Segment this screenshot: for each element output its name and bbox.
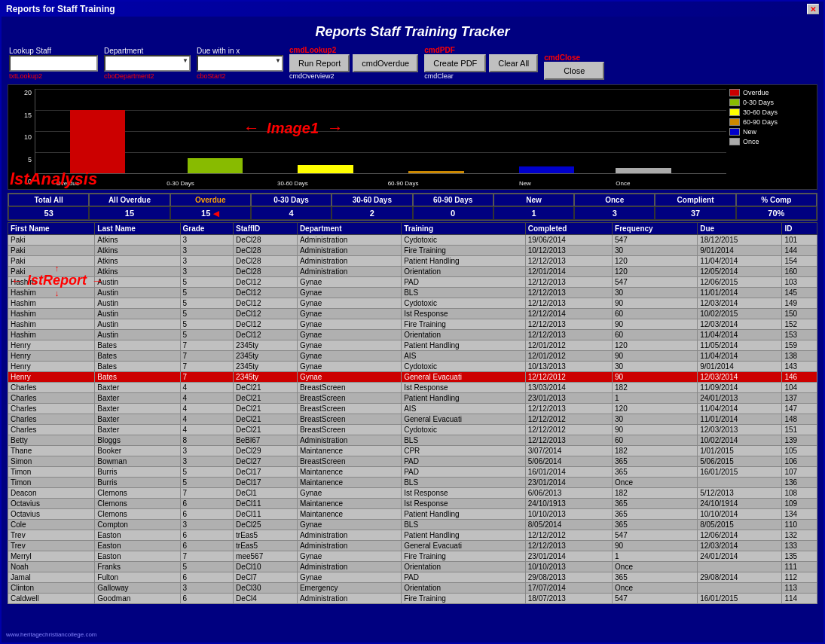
main-window: Reports for Staff Training ✕ Reports Sta…: [0, 0, 825, 644]
table-row[interactable]: ClintonGalloway3DeCl30EmergencyOrientati…: [8, 583, 817, 594]
legend-30-60: 30-60 Days: [729, 108, 812, 116]
website-label: www.heritagechristiancollege.com: [5, 630, 820, 639]
col-staffid: StaffID: [234, 223, 298, 235]
legend-overdue: Overdue: [729, 89, 812, 96]
table-row[interactable]: CharlesBaxter4DeCl21BreastScreenIst Resp…: [8, 383, 817, 393]
table-row[interactable]: HenryBates72345tyGynaePatient Handling12…: [8, 340, 817, 351]
table-row[interactable]: HashimAustin5DeCl12GynaeOrientation12/12…: [8, 330, 817, 340]
clear-all-button[interactable]: Clear All: [489, 54, 538, 72]
lookup-staff-label: Lookup Staff: [9, 47, 51, 55]
table-row[interactable]: HashimAustin5DeCl12GynaeFire Training12/…: [8, 319, 817, 330]
table-row[interactable]: TrevEaston6trEas5AdministrationGeneral E…: [8, 541, 817, 551]
legend-once: Once: [729, 138, 812, 145]
col-frequency: Frequency: [613, 223, 698, 235]
bar-new: [519, 166, 574, 173]
legend-new: New: [729, 128, 812, 136]
cbo-department2-select[interactable]: [104, 55, 191, 72]
sum-hdr-all-overdue: All Overdue: [89, 194, 170, 206]
overdue-button[interactable]: cmdOverdue: [353, 54, 418, 72]
bar-0-30-label: 0-30 Days: [167, 180, 194, 187]
data-table-wrapper[interactable]: First Name Last Name Grade StaffID Depar…: [8, 222, 817, 628]
table-row[interactable]: HenryBates72345tyGynaeCydotoxic10/13/201…: [8, 362, 817, 372]
col-training: Training: [402, 223, 526, 235]
bar-60-90-label: 60-90 Days: [388, 180, 419, 187]
col-department: Department: [297, 223, 401, 235]
col-due: Due: [698, 223, 782, 235]
sum-val-pct-comp: 70%: [736, 206, 817, 220]
bar-30-60-label: 30-60 Days: [277, 180, 308, 187]
bar-once: [616, 168, 671, 173]
department-label: Department: [104, 47, 143, 55]
table-row[interactable]: OctaviusClemons6DeCl11MaintanencePatient…: [8, 509, 817, 520]
sum-hdr-0-30: 0-30 Days: [251, 194, 332, 206]
txt-lookup2-input[interactable]: [9, 55, 98, 72]
bar-once-label: Once: [616, 180, 630, 187]
table-row[interactable]: HashimAustin5DeCl12GynaeIst Response12/1…: [8, 309, 817, 319]
table-row[interactable]: DeaconClemons7DeCl1GynaeIst Response6/06…: [8, 488, 817, 499]
cbo-start2-select[interactable]: [197, 55, 283, 72]
table-row[interactable]: BettyBloggs8BeBl67AdministrationBLS12/12…: [8, 435, 817, 446]
table-row[interactable]: ThaneBooker3DeCl29MaintanenceCPR3/07/201…: [8, 446, 817, 456]
sum-hdr-once: Once: [574, 194, 655, 206]
close-button[interactable]: Close: [544, 62, 604, 80]
col-firstname: First Name: [8, 223, 95, 235]
cmd-overview2-label: cmdOverview2: [289, 72, 335, 80]
table-row[interactable]: JamalFulton6DeCl7GynaePAD29/08/201336529…: [8, 572, 817, 583]
table-row[interactable]: CaldwellGoodman6DeCl4AdministrationFire …: [8, 594, 817, 604]
table-row[interactable]: HashimAustin5DeCl12GynaeBLS12/12/2013301…: [8, 288, 817, 298]
sum-hdr-pct-comp: % Comp: [736, 194, 817, 206]
cmd-lookup2-label: cmdLookup2: [289, 46, 336, 54]
table-row[interactable]: CharlesBaxter4DeCl21BreastScreenGeneral …: [8, 414, 817, 425]
table-row[interactable]: HenryBates72345tyGynaeAIS12/01/20129011/…: [8, 351, 817, 362]
table-row[interactable]: CharlesBaxter4DeCl21BreastScreenAIS12/12…: [8, 404, 817, 414]
table-row[interactable]: ColeCompton3DeCl25GynaeBLS8/05/20143658/…: [8, 520, 817, 530]
title-bar: Reports for Staff Training ✕: [2, 2, 823, 17]
table-row[interactable]: PakiAtkins3DeCl28AdministrationOrientati…: [8, 267, 817, 277]
sum-hdr-overdue: Overdue: [170, 194, 251, 206]
table-row[interactable]: OctaviusClemons6DeCl11MaintanenceIst Res…: [8, 499, 817, 509]
cmd-close-label: cmdClose: [544, 53, 580, 62]
window-title: Reports for Staff Training: [6, 4, 115, 14]
table-row[interactable]: HashimAustin5DeCl12GynaePAD12/12/2013547…: [8, 277, 817, 288]
table-row[interactable]: MerrylEaston7mee567GynaeFire Training23/…: [8, 551, 817, 562]
table-row[interactable]: TimonBurris5DeCl17MaintanenceBLS23/01/20…: [8, 478, 817, 488]
content-area: Reports Staff Training Tracker Lookup St…: [2, 17, 823, 642]
bar-30-60: [298, 165, 353, 173]
table-body: PakiAtkins3DeCl28AdministrationCydotoxic…: [8, 235, 817, 604]
bar-overdue: [70, 110, 125, 173]
table-row[interactable]: TimonBurris5DeCl17MaintanencePAD16/01/20…: [8, 467, 817, 478]
overdue-arrow-icon: ◀: [213, 209, 219, 218]
cbo-department2-label: cboDepartment2: [104, 72, 154, 80]
due-within-label: Due with in x: [197, 47, 240, 55]
table-row[interactable]: PakiAtkins3DeCl28AdministrationFire Trai…: [8, 246, 817, 256]
create-pdf-button[interactable]: Create PDF: [424, 54, 486, 72]
table-row[interactable]: CharlesBaxter4DeCl21BreastScreenPatient …: [8, 393, 817, 404]
table-row[interactable]: HashimAustin5DeCl12GynaeCydotoxic12/12/2…: [8, 298, 817, 309]
bar-new-label: New: [519, 180, 531, 187]
col-grade: Grade: [180, 223, 234, 235]
col-id: ID: [782, 223, 817, 235]
sum-val-complient: 37: [655, 206, 735, 220]
legend-0-30: 0-30 Days: [729, 99, 812, 106]
bar-0-30: [188, 158, 243, 173]
table-row[interactable]: PakiAtkins3DeCl28AdministrationPatient H…: [8, 256, 817, 267]
sum-hdr-60-90: 60-90 Days: [413, 194, 493, 206]
cmd-clear-label: cmdClear: [424, 72, 454, 80]
table-row[interactable]: CharlesBaxter4DeCl21BreastScreenCydotoxi…: [8, 425, 817, 435]
cbo-start2-label: cboStart2: [197, 72, 226, 80]
sum-hdr-total: Total All: [8, 194, 89, 206]
table-row[interactable]: HenryBates72345tyGynaeGeneral Evacuati12…: [8, 372, 817, 383]
table-header-row: First Name Last Name Grade StaffID Depar…: [8, 223, 817, 235]
run-report-button[interactable]: Run Report: [289, 54, 350, 72]
col-lastname: Last Name: [95, 223, 180, 235]
table-row[interactable]: NoahFranks5DeCl10AdministrationOrientati…: [8, 562, 817, 572]
window-close-button[interactable]: ✕: [807, 4, 819, 14]
table-row[interactable]: PakiAtkins3DeCl28AdministrationCydotoxic…: [8, 235, 817, 246]
staff-table: First Name Last Name Grade StaffID Depar…: [8, 222, 817, 604]
sum-hdr-new: New: [493, 194, 574, 206]
sum-val-once: 3: [574, 206, 655, 220]
cmd-pdf-label: cmdPDF: [424, 46, 455, 54]
table-row[interactable]: TrevEaston6trEas5AdministrationPatient H…: [8, 530, 817, 541]
table-row[interactable]: SimonBowman3DeCl27BreastScreenPAD5/06/20…: [8, 456, 817, 467]
data-section: First Name Last Name Grade StaffID Depar…: [8, 222, 817, 628]
